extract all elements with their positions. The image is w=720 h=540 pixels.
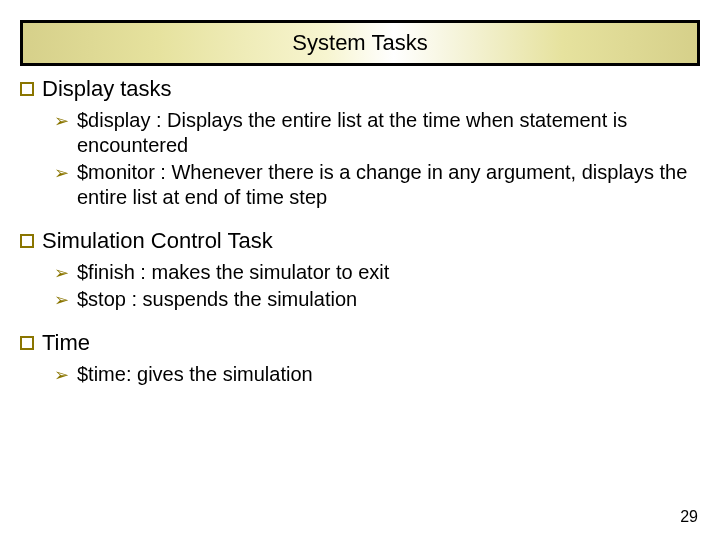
section-heading: Display tasks xyxy=(20,76,700,102)
list-item-text: $time: gives the simulation xyxy=(77,362,700,387)
section-display-tasks: Display tasks ➢ $display : Displays the … xyxy=(20,76,700,210)
list-item: ➢ $finish : makes the simulator to exit xyxy=(54,260,700,285)
section-heading-text: Simulation Control Task xyxy=(42,228,273,254)
slide-title: System Tasks xyxy=(292,30,427,56)
arrow-bullet-icon: ➢ xyxy=(54,262,69,285)
list-item-text: $display : Displays the entire list at t… xyxy=(77,108,700,158)
arrow-bullet-icon: ➢ xyxy=(54,364,69,387)
slide: System Tasks Display tasks ➢ $display : … xyxy=(0,0,720,540)
sub-list: ➢ $time: gives the simulation xyxy=(20,362,700,387)
section-heading: Time xyxy=(20,330,700,356)
arrow-bullet-icon: ➢ xyxy=(54,162,69,185)
square-bullet-icon xyxy=(20,82,34,96)
list-item: ➢ $monitor : Whenever there is a change … xyxy=(54,160,700,210)
sub-list: ➢ $display : Displays the entire list at… xyxy=(20,108,700,210)
square-bullet-icon xyxy=(20,336,34,350)
page-number: 29 xyxy=(680,508,698,526)
square-bullet-icon xyxy=(20,234,34,248)
title-bar: System Tasks xyxy=(20,20,700,66)
section-heading-text: Display tasks xyxy=(42,76,172,102)
title-inner: System Tasks xyxy=(23,23,697,63)
list-item: ➢ $time: gives the simulation xyxy=(54,362,700,387)
list-item: ➢ $display : Displays the entire list at… xyxy=(54,108,700,158)
section-heading-text: Time xyxy=(42,330,90,356)
arrow-bullet-icon: ➢ xyxy=(54,110,69,133)
sub-list: ➢ $finish : makes the simulator to exit … xyxy=(20,260,700,312)
section-heading: Simulation Control Task xyxy=(20,228,700,254)
list-item-text: $finish : makes the simulator to exit xyxy=(77,260,700,285)
list-item-text: $monitor : Whenever there is a change in… xyxy=(77,160,700,210)
content-area: Display tasks ➢ $display : Displays the … xyxy=(20,76,700,405)
section-simulation-control: Simulation Control Task ➢ $finish : make… xyxy=(20,228,700,312)
list-item-text: $stop : suspends the simulation xyxy=(77,287,700,312)
section-time: Time ➢ $time: gives the simulation xyxy=(20,330,700,387)
list-item: ➢ $stop : suspends the simulation xyxy=(54,287,700,312)
arrow-bullet-icon: ➢ xyxy=(54,289,69,312)
